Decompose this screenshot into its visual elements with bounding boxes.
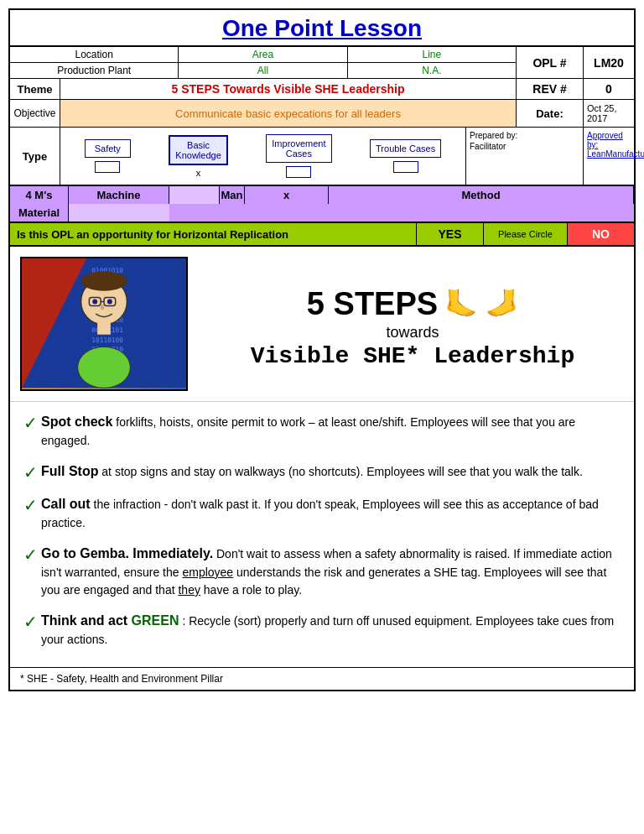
area-label: Area [179, 47, 346, 63]
rev-value: 0 [584, 79, 634, 99]
theme-label: Theme [10, 79, 60, 99]
fours-man: Man [220, 186, 245, 204]
footer-note: * SHE - Safety, Health and Environment P… [10, 667, 634, 690]
type-safety-wrapper: Safety [85, 139, 131, 173]
steps-big-text: 5 STEPS [307, 286, 438, 322]
horizontal-row: Is this OPL an opportunity for Horizonta… [10, 223, 634, 247]
type-improvement-sub [286, 166, 311, 178]
objective-value: Communicate basic expecations for all le… [60, 100, 517, 127]
foot-icon-1: 🦶 [444, 288, 478, 320]
location-block: Location Production Plant [10, 47, 179, 78]
type-trouble-sub [393, 161, 418, 173]
step-5: ✓ Think and act GREEN : Recycle (sort) p… [23, 611, 621, 649]
type-safety-sub [95, 161, 120, 173]
step-2-check: ✓ [23, 462, 38, 482]
svg-text:10110100: 10110100 [91, 336, 123, 344]
svg-point-16 [92, 300, 97, 305]
approved-label: Approved by: [587, 131, 631, 149]
type-boxes: Safety BasicKnowledge x ImprovementCases… [60, 128, 466, 185]
area-block: Area All [179, 47, 347, 78]
line-block: Line N.A. [348, 47, 517, 78]
horizontal-please-circle: Please Circle [483, 223, 567, 245]
step-2-text: Full Stop at stop signs and stay on walk… [41, 461, 583, 482]
step-4-underline2: they [178, 583, 200, 597]
step-5-bold: Think and act GREEN [41, 613, 179, 628]
document-title: One Point Lesson [10, 15, 634, 42]
fours-method: Method [329, 186, 634, 204]
type-improvement-box[interactable]: ImprovementCases [266, 134, 331, 163]
theme-value: 5 STEPS Towards Visible SHE Leadership [60, 79, 517, 99]
fours-x: x [245, 186, 329, 204]
approved-value[interactable]: LeanManufacturing.online [587, 149, 631, 159]
objective-label: Objective [10, 100, 60, 127]
step-3-check: ✓ [23, 495, 38, 515]
step-5-check: ✓ [23, 612, 38, 632]
title-section: One Point Lesson [10, 10, 634, 47]
location-value: Production Plant [10, 63, 178, 78]
fours-empty1 [169, 186, 220, 204]
fours-empty2 [69, 204, 169, 222]
objective-row: Objective Communicate basic expecations … [10, 100, 634, 128]
opl-number: LM20 [584, 47, 634, 78]
svg-point-18 [101, 305, 104, 310]
step-1: ✓ Spot check forklifts, hoists, onsite p… [23, 412, 621, 450]
type-trouble-wrapper: Trouble Cases [370, 139, 441, 173]
step-2-bold: Full Stop [41, 464, 98, 478]
fours-label: 4 M's [10, 186, 69, 204]
step-1-check: ✓ [23, 413, 38, 433]
steps-towards: towards [386, 324, 439, 341]
type-basic-wrapper: BasicKnowledge x [169, 135, 227, 178]
area-value: All [179, 63, 346, 78]
content-title-block: 5 STEPS 🦶 🦶 towards Visible SHE* Leaders… [201, 257, 624, 391]
svg-point-17 [107, 300, 112, 305]
step-5-green: GREEN [132, 613, 179, 628]
date-label: Date: [517, 100, 584, 127]
type-label: Type [10, 128, 60, 185]
step-1-bold: Spot check [41, 414, 112, 429]
type-improvement-wrapper: ImprovementCases [266, 134, 331, 178]
approved-block: Approved by: LeanManufacturing.online [584, 128, 634, 185]
date-value: Oct 25, 2017 [584, 100, 634, 127]
type-basic-box[interactable]: BasicKnowledge [169, 135, 227, 165]
step-3-body: the infraction - don't walk past it. If … [41, 498, 599, 529]
step-5-text: Think and act GREEN : Recycle (sort) pro… [41, 611, 621, 649]
horizontal-yes: YES [416, 223, 483, 245]
svg-point-12 [81, 271, 127, 291]
foot-icon-2: 🦶 [485, 288, 518, 320]
fours-machine: Machine [69, 186, 169, 204]
content-area: 01001010 11010010 00101101 10110100 0100… [10, 247, 634, 402]
step-3: ✓ Call out the infraction - don't walk p… [23, 494, 621, 532]
svg-point-20 [78, 347, 131, 388]
step-1-body: forklifts, hoists, onsite permit to work… [41, 415, 575, 447]
theme-row: Theme 5 STEPS Towards Visible SHE Leader… [10, 79, 634, 100]
line-value: N.A. [348, 63, 516, 78]
type-trouble-box[interactable]: Trouble Cases [370, 139, 441, 158]
steps-title: 5 STEPS 🦶 🦶 [307, 286, 518, 322]
type-basic-x: x [196, 168, 201, 178]
opl-label: OPL # [517, 47, 584, 78]
prepared-block: Prepared by: Facilitator [466, 128, 584, 185]
horizontal-question: Is this OPL an opportunity for Horizonta… [10, 223, 416, 245]
step-4-bold: Go to Gemba. Immediately. [41, 546, 213, 560]
header-grid: Location Production Plant Area All Line … [10, 47, 634, 79]
step-4-check: ✓ [23, 545, 38, 565]
step-4: ✓ Go to Gemba. Immediately. Don't wait t… [23, 544, 621, 599]
step-4-underline1: employee [182, 566, 233, 579]
step-4-text: Go to Gemba. Immediately. Don't wait to … [41, 544, 621, 599]
location-label: Location [10, 47, 178, 63]
steps-subtitle: Visible SHE* Leadership [251, 343, 574, 369]
type-safety-box[interactable]: Safety [85, 139, 131, 158]
fours-material: Material [10, 204, 69, 222]
opl-document: One Point Lesson Location Production Pla… [8, 8, 636, 691]
prepared-label: Prepared by: [470, 131, 579, 140]
type-row: Type Safety BasicKnowledge x Improvement… [10, 128, 634, 186]
horizontal-no: NO [567, 223, 634, 245]
line-label: Line [348, 47, 516, 63]
step-1-text: Spot check forklifts, hoists, onsite per… [41, 412, 621, 450]
step-2: ✓ Full Stop at stop signs and stay on wa… [23, 461, 621, 482]
step-2-body: at stop signs and stay on walkways (no s… [101, 465, 583, 478]
rev-label: REV # [517, 79, 584, 99]
step-3-text: Call out the infraction - don't walk pas… [41, 494, 621, 532]
fours-row: 4 M's Machine Man x Method Material [10, 186, 634, 223]
content-image: 01001010 11010010 00101101 10110100 0100… [20, 257, 188, 391]
